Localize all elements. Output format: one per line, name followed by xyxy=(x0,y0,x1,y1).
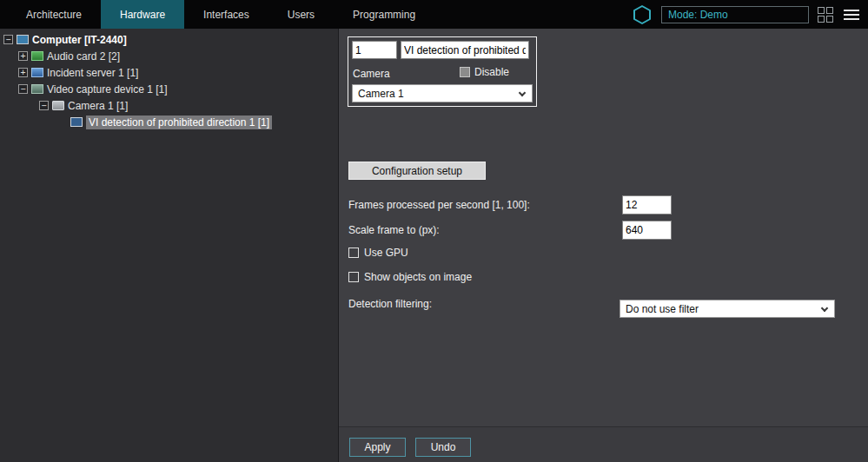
tree-item-incident-server[interactable]: + Incident server 1 [1] xyxy=(0,64,338,81)
camera-icon xyxy=(52,101,64,110)
tab-users[interactable]: Users xyxy=(268,0,334,29)
chevron-down-icon xyxy=(519,89,526,96)
expand-expander-icon[interactable]: + xyxy=(18,51,28,61)
collapse-expander-icon[interactable]: − xyxy=(3,35,13,44)
configuration-setup-button[interactable]: Configuration setup xyxy=(348,162,486,180)
apply-button[interactable]: Apply xyxy=(349,438,406,457)
undo-button[interactable]: Undo xyxy=(415,438,471,457)
main-tabs: Architecture Hardware Interfaces Users P… xyxy=(7,0,434,29)
footer-bar: Apply Undo xyxy=(339,426,868,462)
scale-frame-label: Scale frame to (px): xyxy=(348,224,440,236)
layout-grid-icon[interactable] xyxy=(817,6,834,23)
tree-item-label: Audio card 2 [2] xyxy=(47,50,120,63)
disable-label: Disable xyxy=(474,66,509,78)
settings-panel: Camera Disable Camera 1 Configuration se… xyxy=(339,29,868,462)
computer-icon xyxy=(17,35,29,44)
scale-frame-input[interactable] xyxy=(622,221,672,240)
tree-item-vi-detection[interactable]: VI detection of prohibited direction 1 [… xyxy=(0,114,338,130)
content-area: − Computer [IT-2440] + Audio card 2 [2] … xyxy=(0,29,868,462)
disable-checkbox-row: Disable xyxy=(460,66,509,78)
tab-interfaces[interactable]: Interfaces xyxy=(184,0,268,29)
detection-filtering-dropdown[interactable]: Do not use filter xyxy=(620,300,835,318)
video-capture-icon xyxy=(31,84,43,94)
show-objects-row: Show objects on image xyxy=(348,271,472,283)
detection-filtering-label: Detection filtering: xyxy=(348,298,432,310)
identity-group-box: Camera Disable Camera 1 xyxy=(348,36,537,107)
mode-field[interactable]: Mode: Demo xyxy=(661,6,809,23)
tab-programming[interactable]: Programming xyxy=(334,0,434,29)
hardware-tree-panel: − Computer [IT-2440] + Audio card 2 [2] … xyxy=(0,29,339,462)
tree-item-label: Computer [IT-2440] xyxy=(32,34,127,46)
tab-hardware[interactable]: Hardware xyxy=(101,0,184,29)
detection-filtering-value: Do not use filter xyxy=(626,303,699,315)
camera-label: Camera xyxy=(353,68,390,80)
camera-dropdown[interactable]: Camera 1 xyxy=(352,84,533,102)
tree-item-video-capture-device[interactable]: − Video capture device 1 [1] xyxy=(0,81,338,97)
tree-item-label: Incident server 1 [1] xyxy=(47,67,138,79)
camera-dropdown-value: Camera 1 xyxy=(358,88,404,100)
expand-expander-icon[interactable]: + xyxy=(18,68,28,77)
tab-architecture[interactable]: Architecture xyxy=(7,0,101,29)
hamburger-menu-icon[interactable] xyxy=(842,8,861,22)
tree-item-audio-card[interactable]: + Audio card 2 [2] xyxy=(0,48,338,64)
hexagon-logo-icon xyxy=(631,3,653,26)
mode-field-text: Mode: Demo xyxy=(668,9,728,21)
use-gpu-label: Use GPU xyxy=(364,247,408,259)
tree-item-camera[interactable]: − Camera 1 [1] xyxy=(0,97,338,114)
show-objects-checkbox[interactable] xyxy=(348,272,359,282)
object-id-input[interactable] xyxy=(352,41,397,59)
tree-item-label: Video capture device 1 [1] xyxy=(47,83,168,96)
fps-label: Frames processed per second [1, 100]: xyxy=(348,199,530,211)
collapse-expander-icon[interactable]: − xyxy=(39,101,49,110)
object-name-input[interactable] xyxy=(401,41,529,59)
show-objects-label: Show objects on image xyxy=(364,271,472,283)
detection-icon xyxy=(70,117,83,127)
audio-card-icon xyxy=(31,51,43,61)
use-gpu-row: Use GPU xyxy=(348,247,408,259)
tree-item-label-selected: VI detection of prohibited direction 1 [… xyxy=(86,116,272,129)
tree-item-label: Camera 1 [1] xyxy=(68,100,128,112)
collapse-expander-icon[interactable]: − xyxy=(18,84,28,94)
top-menu-bar: Architecture Hardware Interfaces Users P… xyxy=(0,0,868,29)
topbar-right-cluster: Mode: Demo xyxy=(631,0,868,29)
disable-checkbox[interactable] xyxy=(460,67,470,77)
incident-server-icon xyxy=(31,68,43,77)
fps-input[interactable] xyxy=(622,195,672,214)
chevron-down-icon xyxy=(821,305,828,312)
tree-item-computer[interactable]: − Computer [IT-2440] xyxy=(0,31,338,48)
use-gpu-checkbox[interactable] xyxy=(348,248,359,258)
